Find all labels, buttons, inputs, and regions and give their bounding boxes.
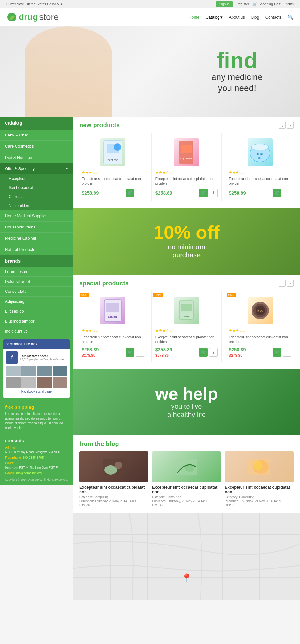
special-products-title: special products <box>79 280 129 287</box>
we-help-sub-text: you to live a healthy life <box>155 402 218 419</box>
new-product-3-info-button[interactable]: i <box>283 189 291 197</box>
blog-card-1-title[interactable]: Excepteur sint occaecat cupidatat non <box>79 485 148 494</box>
signin-button[interactable]: Sign In <box>216 1 233 7</box>
special-product-1-old-price: $278.89 <box>82 353 95 358</box>
blog-card-2: Excepteur sint occaecat cupidatat non Ca… <box>152 451 221 508</box>
main-layout: catalog Baby & Child Care Cosmetics Diet… <box>0 117 300 600</box>
sidebar-item-natural-products[interactable]: Natural Products <box>0 244 73 255</box>
hero-subtext: any medicine you need! <box>211 71 263 94</box>
sidebar-brand-adipisicing[interactable]: Adipisicing <box>0 297 73 306</box>
special-products-arrows: ‹ › <box>279 280 294 287</box>
fb-image-6 <box>21 377 36 388</box>
sidebar-brand-eiusmod[interactable]: Eiusmod tempor <box>0 316 73 326</box>
fb-page-link[interactable]: Facebook social page <box>6 388 67 395</box>
new-product-3-price: $258.89 <box>229 190 246 196</box>
new-product-1-desc: Excepteur sint occaecat cupi-datat non p… <box>82 177 144 186</box>
sidebar-item-medicine-cabinet[interactable]: Medicine Cabinet <box>0 233 73 244</box>
fb-image-2 <box>21 366 36 376</box>
new-product-3: Mini Ice ★★★☆☆ Excepteur sint occaecat c… <box>225 133 295 201</box>
special-product-3-info-button[interactable]: i <box>283 348 291 357</box>
new-products-next-button[interactable]: › <box>287 122 294 129</box>
promo-desc-1: no minimum purchase <box>153 243 219 259</box>
nav-blog[interactable]: Blog <box>251 15 259 20</box>
nav-catalog[interactable]: Catalog ▾ <box>206 15 223 20</box>
header: drug store Home Catalog ▾ About us Blog … <box>0 8 300 26</box>
sidebar-brand-conse[interactable]: Conse ctatur <box>0 287 73 297</box>
new-product-1-add-to-cart-button[interactable]: 🛒 <box>126 189 134 197</box>
blog-1-img-icon <box>101 458 126 476</box>
blog-card-3-category: Category: Computing <box>225 495 294 499</box>
special-products-prev-button[interactable]: ‹ <box>279 280 286 287</box>
svg-text:Ice: Ice <box>258 156 262 159</box>
special-product-2-info-button[interactable]: i <box>209 348 218 357</box>
blog-section: from the blog Excepteur sint occaecat cu… <box>73 435 300 513</box>
blog-card-3-image <box>225 451 294 482</box>
special-product-3-image: Burt's <box>248 295 273 326</box>
currency-value: United States Dollar $ <box>25 2 59 6</box>
sidebar: catalog Baby & Child Care Cosmetics Diet… <box>0 117 73 485</box>
sidebar-subitem-cupidatat[interactable]: Cupidatat <box>0 192 73 201</box>
sidebar-subitems: Excepteur Saint occaecat Cupidatat Non p… <box>0 174 73 210</box>
new-product-3-add-to-cart-button[interactable]: 🛒 <box>273 189 281 197</box>
nav-home[interactable]: Home <box>189 15 200 20</box>
register-link[interactable]: Register <box>237 2 249 6</box>
sidebar-subitem-saint[interactable]: Saint occaecat <box>0 183 73 192</box>
sidebar-subitem-excepteur[interactable]: Excepteur <box>0 174 73 183</box>
sidebar-item-household[interactable]: Household Items <box>0 222 73 233</box>
sidebar-brand-lorem[interactable]: Lorem ipsum <box>0 267 73 277</box>
new-product-2-info-button[interactable]: i <box>209 189 218 197</box>
new-product-2-price: $258.89 <box>155 190 172 196</box>
currency-selector[interactable]: Currencies: United States Dollar $ ▾ <box>6 2 62 6</box>
new-products-arrows: ‹ › <box>279 122 294 129</box>
blog-card-2-title[interactable]: Excepteur sint occaecat cupidatat non <box>152 485 221 494</box>
logo[interactable]: drug store <box>6 12 58 23</box>
sidebar-item-diet-nutrition[interactable]: Diet & Nutrition <box>0 152 73 163</box>
search-icon[interactable]: 🔍 <box>288 14 294 20</box>
sidebar-brand-elit[interactable]: Elit sed do <box>0 306 73 316</box>
special-product-2-add-to-cart-button[interactable]: 🛒 <box>199 348 208 357</box>
fb-logo-icon: f <box>6 351 18 364</box>
special-products-next-button[interactable]: › <box>287 280 294 287</box>
cart-info[interactable]: 🛒 Shopping Cart: 0 Items <box>253 2 294 6</box>
blog-card-3: Excepteur sint occaecat cupidatat non Ca… <box>225 451 294 508</box>
svg-text:EXPRESS: EXPRESS <box>108 159 118 161</box>
blog-card-1-category: Category: Computing <box>79 495 148 499</box>
new-product-2-price-row: $258.89 🛒 i <box>155 189 218 197</box>
new-products-grid: EXPRESS ★★★☆☆ Excepteur sint occaecat cu… <box>73 131 300 208</box>
sidebar-item-home-medical[interactable]: Home Medical Supplies <box>0 210 73 222</box>
sidebar-item-care-cosmetics[interactable]: Care Cosmetics <box>0 141 73 152</box>
contact-email: E-mail: info@domainid.org <box>5 471 68 476</box>
contact-phone: Free phone: 800-2345-8795 <box>5 456 68 460</box>
blog-card-3-title[interactable]: Excepteur sint occaecat cupidatat non <box>225 485 294 494</box>
new-product-2-add-to-cart-button[interactable]: 🛒 <box>199 189 208 197</box>
top-bar: Currencies: United States Dollar $ ▾ Sig… <box>0 0 300 8</box>
special-product-2-price-row: $258.89 $278.89 🛒 i <box>155 347 218 358</box>
new-product-1-info-button[interactable]: i <box>136 189 144 197</box>
sidebar-subitem-non[interactable]: Non proiden <box>0 201 73 210</box>
sidebar-brand-incididunt[interactable]: Incididunt ut <box>0 326 73 336</box>
nav-about[interactable]: About us <box>229 15 245 20</box>
fb-image-5 <box>6 377 21 388</box>
currency-label: Currencies: <box>6 2 24 6</box>
special-product-3-add-to-cart-button[interactable]: 🛒 <box>273 348 281 357</box>
promo-text-2: we help you to live a healthy life <box>155 385 218 419</box>
special-product-1-actions: 🛒 i <box>126 348 144 357</box>
contact-hours: Hours: 9am-4pm PST M-Th, 9am-3pm PST Fri <box>5 461 68 470</box>
special-product-1-info-button[interactable]: i <box>136 348 144 357</box>
new-products-header: new products ‹ › <box>73 117 300 131</box>
new-product-2-stars: ★★★☆☆ <box>155 170 218 175</box>
nav-contacts[interactable]: Contacts <box>265 15 281 20</box>
blog-title: from the blog <box>79 440 294 448</box>
sidebar-brand-dolor[interactable]: Dolor sit amet <box>0 277 73 287</box>
new-product-3-desc: Excepteur sint occaecat cupi-datat non p… <box>229 177 291 186</box>
special-product-2-actions: 🛒 i <box>199 348 218 357</box>
contact-address: Address: 6011 Harmony Road Glasgow G64 9… <box>5 446 68 454</box>
sidebar-item-baby-child[interactable]: Baby & Child <box>0 130 73 141</box>
fb-image-4 <box>53 366 67 376</box>
blog-card-2-category: Category: Computing <box>152 495 221 499</box>
main-nav: Home Catalog ▾ About us Blog Contacts 🔍 <box>189 14 294 20</box>
special-product-1-add-to-cart-button[interactable]: 🛒 <box>126 348 134 357</box>
special-product-1-price-row: $258.89 $278.89 🛒 i <box>82 347 144 358</box>
new-products-prev-button[interactable]: ‹ <box>279 122 286 129</box>
sidebar-item-gifts-specialty[interactable]: Gifts & Specialty ▾ <box>0 163 73 174</box>
